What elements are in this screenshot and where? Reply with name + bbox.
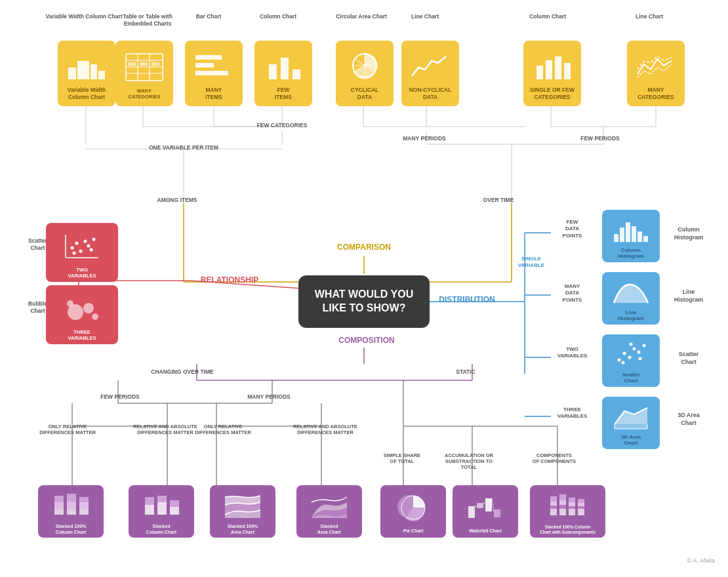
svg-rect-146: [559, 500, 566, 505]
label-few-periods-top: FEW PERIODS: [571, 135, 630, 142]
label-comparison: COMPARISON: [334, 243, 394, 253]
svg-point-92: [92, 237, 96, 241]
column-few-icon: [260, 48, 306, 84]
card-col-histogram: ColumnHistogram: [602, 210, 660, 262]
stacked100-col-icon: [48, 489, 94, 521]
svg-rect-101: [626, 222, 630, 242]
svg-rect-57: [68, 68, 76, 79]
label-distribution: DISTRIBUTION: [428, 295, 506, 306]
col-histogram-icon: [608, 214, 654, 245]
title-table: Table or Table withEmbedded Charts: [105, 13, 190, 28]
svg-rect-74: [281, 58, 289, 79]
card-3d-area-label: 3D AreaChart: [621, 434, 641, 447]
line-noncyc-icon: [407, 48, 453, 84]
svg-rect-120: [67, 494, 76, 502]
svg-rect-75: [293, 70, 300, 79]
svg-rect-103: [637, 231, 642, 242]
svg-point-113: [630, 342, 633, 346]
card-circular: CYCLICALDATA: [336, 41, 394, 106]
svg-point-93: [73, 251, 76, 254]
label-two-variables-dist: TWOVARIABLES: [551, 346, 594, 360]
card-3d-area: 3D AreaChart: [602, 397, 660, 449]
card-table-label: MANYCATEGORIES: [128, 88, 160, 100]
label-three-variables-dist: THREEVARIABLES: [551, 407, 594, 420]
svg-rect-135: [477, 503, 483, 508]
svg-rect-69: [152, 62, 159, 66]
svg-rect-58: [77, 61, 89, 79]
svg-point-107: [628, 355, 632, 359]
svg-rect-136: [485, 498, 492, 511]
svg-rect-137: [494, 509, 500, 517]
card-stacked-col: StackedColumn Chart: [129, 485, 194, 538]
svg-rect-102: [632, 226, 636, 242]
card-scatter-dist-label: ScatterChart: [622, 372, 639, 384]
card-line-many: MANYCATEGORIES: [627, 41, 685, 106]
table-icon: [121, 49, 167, 85]
svg-rect-128: [157, 502, 167, 515]
svg-rect-156: [578, 509, 584, 515]
card-waterfall-label: Waterfall Chart: [469, 528, 502, 534]
title-line-many: Line Chart: [623, 13, 676, 20]
svg-rect-67: [128, 62, 136, 66]
svg-rect-134: [468, 506, 475, 518]
card-bar-label: MANYITEMS: [205, 87, 222, 100]
svg-point-89: [79, 249, 83, 252]
label-among-items: AMONG ITEMS: [144, 197, 210, 204]
card-stacked100-col: Stacked 100%Column Chart: [38, 485, 104, 538]
svg-rect-151: [569, 506, 575, 509]
svg-point-94: [90, 248, 93, 251]
label-few-periods-comp: FEW PERIODS: [97, 393, 143, 401]
label-over-time: OVER TIME: [466, 197, 531, 204]
svg-rect-145: [559, 494, 566, 500]
card-column-single: SINGLE OR FEWCATEGORIES: [523, 41, 581, 106]
svg-rect-124: [79, 502, 89, 509]
stacked100-area-icon: [220, 489, 266, 521]
waterfall-icon: [462, 490, 508, 526]
label-static: STATIC: [446, 368, 485, 376]
card-scatter-label: TWOVARIABLES: [68, 267, 96, 279]
svg-rect-70: [195, 55, 222, 60]
card-bubble-label: THREEVARIABLES: [68, 329, 96, 341]
label-many-periods-top: MANY PERIODS: [392, 135, 457, 142]
card-stacked-area: StackedArea Chart: [296, 485, 362, 538]
card-stacked100-col-sub: Stacked 100% ColumnChart with Subcompone…: [530, 485, 605, 538]
variable-width-icon: [64, 48, 110, 84]
svg-point-110: [643, 344, 646, 347]
svg-point-97: [92, 313, 98, 320]
center-question-text: WHAT WOULD YOU LIKE TO SHOW?: [315, 288, 414, 315]
svg-rect-148: [559, 509, 566, 515]
card-scatter: TWOVARIABLES: [46, 223, 118, 282]
card-variable-width-label: Variable Width Column Chart: [60, 87, 113, 100]
stacked-area-icon: [306, 489, 352, 521]
label-many-data-points: MANYDATAPOINTS: [551, 283, 594, 304]
label-single-variable: SINGLEVARIABLE: [512, 256, 551, 269]
svg-rect-142: [550, 502, 557, 506]
svg-line-140: [492, 498, 494, 511]
label-components: COMPONENTSOF COMPONENTS: [525, 452, 584, 464]
copyright: © A. Abela: [687, 557, 715, 564]
card-stacked100-area-label: Stacked 100%Area Chart: [228, 524, 258, 535]
svg-rect-71: [195, 63, 214, 68]
svg-rect-126: [145, 505, 154, 515]
svg-rect-147: [559, 505, 566, 509]
svg-rect-68: [140, 62, 148, 66]
svg-point-109: [637, 350, 641, 353]
column-single-icon: [529, 48, 575, 84]
label-scatter-right: ScatterChart: [662, 351, 715, 366]
svg-rect-143: [550, 506, 557, 509]
title-circular: Circular Area Chart: [332, 13, 391, 20]
label-many-periods-comp: MANY PERIODS: [243, 393, 295, 401]
label-3d-area-right: 3D AreaChart: [662, 412, 715, 427]
svg-rect-144: [550, 509, 557, 515]
card-table: MANYCATEGORIES: [115, 41, 173, 106]
svg-rect-150: [569, 502, 575, 506]
title-column-single: Column Chart: [518, 13, 577, 20]
svg-point-90: [84, 239, 87, 243]
stacked-col-icon: [138, 489, 184, 521]
svg-rect-154: [578, 503, 584, 506]
svg-rect-118: [54, 502, 64, 509]
label-one-variable: ONE VARIABLE PER ITEM: [138, 144, 230, 151]
svg-rect-81: [536, 66, 543, 79]
svg-rect-59: [91, 64, 97, 79]
svg-point-88: [75, 241, 79, 245]
